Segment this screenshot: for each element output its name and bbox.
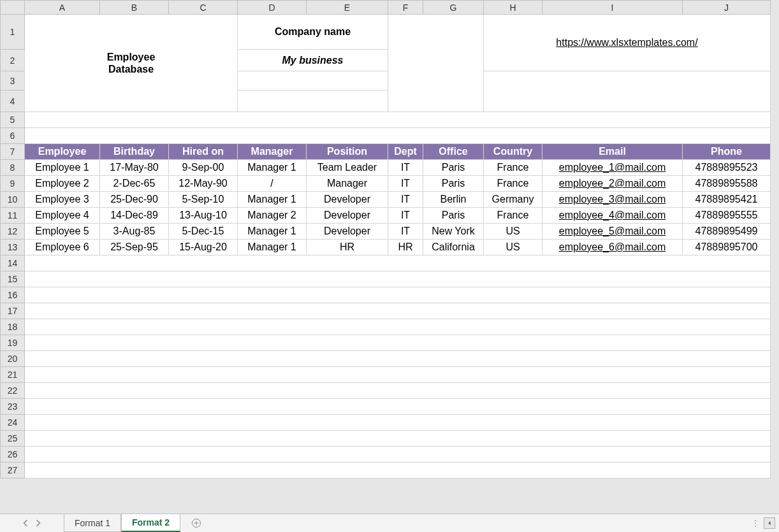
cell-birthday[interactable]: 25-Sep-95: [100, 240, 169, 255]
cell-H3-blank[interactable]: [484, 71, 771, 112]
cell-country[interactable]: US: [484, 240, 542, 255]
row-header-2[interactable]: 2: [1, 50, 25, 71]
tab-scroll-controls[interactable]: [0, 514, 64, 532]
th-manager[interactable]: Manager: [238, 144, 307, 160]
company-sub-row-1[interactable]: [238, 71, 388, 90]
row-header-24[interactable]: 24: [1, 415, 25, 431]
row-header-10[interactable]: 10: [1, 192, 25, 208]
select-all-cell[interactable]: [1, 1, 25, 15]
cell-country[interactable]: France: [484, 176, 542, 192]
row-header-23[interactable]: 23: [1, 399, 25, 415]
cell-manager[interactable]: Manager 1: [238, 240, 307, 255]
row-blank[interactable]: [25, 351, 771, 367]
row-blank[interactable]: [25, 319, 771, 335]
col-header-J[interactable]: J: [683, 1, 771, 15]
row-header-18[interactable]: 18: [1, 319, 25, 335]
th-dept[interactable]: Dept: [388, 144, 423, 160]
th-office[interactable]: Office: [423, 144, 484, 160]
cell-birthday[interactable]: 2-Dec-65: [100, 176, 169, 192]
cell-manager[interactable]: /: [238, 176, 307, 192]
row-header-16[interactable]: 16: [1, 287, 25, 303]
cell-dept[interactable]: IT: [388, 208, 423, 224]
col-header-B[interactable]: B: [100, 1, 169, 15]
cell-manager[interactable]: Manager 1: [238, 160, 307, 176]
cell-dept[interactable]: IT: [388, 176, 423, 192]
cell-office[interactable]: New York: [423, 224, 484, 240]
company-name-value[interactable]: My business: [238, 50, 388, 71]
row-header-14[interactable]: 14: [1, 255, 25, 271]
col-header-E[interactable]: E: [307, 1, 388, 15]
company-name-label[interactable]: Company name: [238, 15, 388, 50]
row-blank[interactable]: [25, 303, 771, 319]
cell-dept[interactable]: IT: [388, 192, 423, 208]
title-block[interactable]: Employee Database: [25, 15, 238, 112]
cell-birthday[interactable]: 14-Dec-89: [100, 208, 169, 224]
row-header-7[interactable]: 7: [1, 144, 25, 160]
row-5-blank[interactable]: [25, 112, 771, 128]
cell-manager[interactable]: Manager 1: [238, 192, 307, 208]
cell-F1-blank[interactable]: [388, 15, 484, 112]
th-hired-on[interactable]: Hired on: [169, 144, 238, 160]
cell-email[interactable]: employee_2@mail.com: [542, 176, 683, 192]
grid-area[interactable]: A B C D E F G H I J 1 Employee Database …: [0, 0, 779, 514]
cell-phone[interactable]: 47889895499: [683, 224, 771, 240]
row-header-1[interactable]: 1: [1, 15, 25, 50]
cell-hired[interactable]: 5-Sep-10: [169, 192, 238, 208]
cell-hired[interactable]: 13-Aug-10: [169, 208, 238, 224]
row-header-8[interactable]: 8: [1, 160, 25, 176]
th-birthday[interactable]: Birthday: [100, 144, 169, 160]
row-header-13[interactable]: 13: [1, 240, 25, 255]
cell-position[interactable]: Developer: [307, 224, 388, 240]
row-header-20[interactable]: 20: [1, 351, 25, 367]
row-blank[interactable]: [25, 431, 771, 447]
cell-email[interactable]: employee_4@mail.com: [542, 208, 683, 224]
row-blank[interactable]: [25, 463, 771, 478]
template-link[interactable]: https://www.xlsxtemplates.com/: [484, 15, 771, 71]
cell-email[interactable]: employee_5@mail.com: [542, 224, 683, 240]
row-blank[interactable]: [25, 367, 771, 383]
cell-country[interactable]: Germany: [484, 192, 542, 208]
row-header-25[interactable]: 25: [1, 431, 25, 447]
row-header-17[interactable]: 17: [1, 303, 25, 319]
cell-country[interactable]: France: [484, 160, 542, 176]
row-header-15[interactable]: 15: [1, 271, 25, 287]
cell-country[interactable]: France: [484, 208, 542, 224]
col-header-H[interactable]: H: [484, 1, 542, 15]
col-header-I[interactable]: I: [542, 1, 683, 15]
th-phone[interactable]: Phone: [683, 144, 771, 160]
row-header-5[interactable]: 5: [1, 112, 25, 128]
col-header-F[interactable]: F: [388, 1, 423, 15]
company-sub-row-2[interactable]: [238, 90, 388, 112]
row-header-11[interactable]: 11: [1, 208, 25, 224]
row-blank[interactable]: [25, 335, 771, 351]
row-blank[interactable]: [25, 447, 771, 463]
cell-position[interactable]: Developer: [307, 192, 388, 208]
cell-employee[interactable]: Employee 1: [25, 160, 100, 176]
cell-email[interactable]: employee_1@mail.com: [542, 160, 683, 176]
cell-employee[interactable]: Employee 6: [25, 240, 100, 255]
row-header-26[interactable]: 26: [1, 447, 25, 463]
cell-phone[interactable]: 47889895421: [683, 192, 771, 208]
cell-email[interactable]: employee_6@mail.com: [542, 240, 683, 255]
cell-position[interactable]: Team Leader: [307, 160, 388, 176]
cell-office[interactable]: Berlin: [423, 192, 484, 208]
th-employee[interactable]: Employee: [25, 144, 100, 160]
cell-manager[interactable]: Manager 1: [238, 224, 307, 240]
th-country[interactable]: Country: [484, 144, 542, 160]
cell-birthday[interactable]: 3-Aug-85: [100, 224, 169, 240]
cell-manager[interactable]: Manager 2: [238, 208, 307, 224]
cell-birthday[interactable]: 25-Dec-90: [100, 192, 169, 208]
cell-dept[interactable]: IT: [388, 160, 423, 176]
row-6-blank[interactable]: [25, 128, 771, 144]
col-header-C[interactable]: C: [169, 1, 238, 15]
th-position[interactable]: Position: [307, 144, 388, 160]
cell-position[interactable]: HR: [307, 240, 388, 255]
cell-phone[interactable]: 47889895555: [683, 208, 771, 224]
cell-hired[interactable]: 5-Dec-15: [169, 224, 238, 240]
cell-email[interactable]: employee_3@mail.com: [542, 192, 683, 208]
cell-office[interactable]: Paris: [423, 160, 484, 176]
row-blank[interactable]: [25, 383, 771, 399]
row-header-21[interactable]: 21: [1, 367, 25, 383]
row-header-22[interactable]: 22: [1, 383, 25, 399]
row-header-3[interactable]: 3: [1, 71, 25, 90]
